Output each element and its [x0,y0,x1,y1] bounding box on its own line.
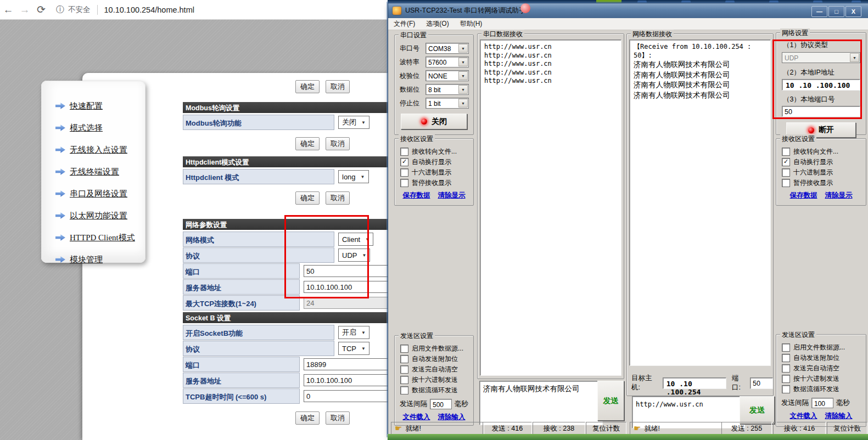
httpdclient-mode-select[interactable]: long [338,170,369,183]
sidebar-item-label[interactable]: HTTPD Client模式 [70,233,135,243]
forward-icon[interactable]: → [16,4,33,16]
sidebar-item-ap-settings[interactable]: 无线接入点设置 [55,139,145,161]
sidebar-item-uart-net-settings[interactable]: 串口及网络设置 [55,183,145,205]
socketb-server-input[interactable] [304,374,391,386]
checkbox-recv-to-file[interactable] [400,148,408,156]
baudrate-select[interactable]: 57600 [425,57,469,67]
reload-icon[interactable]: ⟳ [33,3,49,16]
sidebar-item-quick-config[interactable]: 快速配置 [55,95,145,117]
clear-display-link[interactable]: 清除显示 [438,191,466,200]
row-label: Httpdclient 模式 [183,169,334,184]
address-divider [97,5,98,15]
reset-count-button[interactable]: 复位计数 [586,422,626,435]
form-row: TCPB超时时间 (<=600 s) [183,388,391,404]
clear-input-link[interactable]: 清除输入 [825,411,853,421]
socketb-protocol-select[interactable]: TCP [338,342,369,355]
address-bar[interactable]: ⓘ 不安全 10.10.100.254/home.html [56,4,194,15]
checkbox-send-hex[interactable] [782,375,790,383]
local-ip-input[interactable]: 10 .10 .100.100 [782,79,860,91]
checkbox-clear-after-send[interactable] [782,364,790,373]
sidebar-item-label[interactable]: 模块管理 [70,255,103,265]
section-header-netparam: 网络参数设置 [183,219,391,230]
checkbox-clear-after-send[interactable] [400,365,408,374]
sidebar-item-module-manage[interactable]: 模块管理 [55,249,145,270]
title-bar[interactable]: USR-TCP232-Test 串口转网络调试助手 — □ X [388,3,868,18]
cancel-button[interactable]: 取消 [326,80,350,93]
sidebar-item-label[interactable]: 无线终端设置 [70,167,119,177]
minimize-button[interactable]: — [811,6,827,17]
sidebar-item-label[interactable]: 模式选择 [70,123,103,133]
sidebar-item-sta-settings[interactable]: 无线终端设置 [55,161,145,183]
checkbox-auto-wrap[interactable] [782,158,790,166]
ok-button[interactable]: 确定 [295,411,320,425]
ok-button[interactable]: 确定 [295,80,320,93]
tcpb-timeout-input[interactable] [304,390,391,402]
checkbox-send-hex[interactable] [400,376,408,384]
socketb-port-input[interactable] [304,358,391,370]
checkbox-recv-to-file[interactable] [782,148,790,156]
menu-options[interactable]: 选项(O) [421,19,454,29]
modbus-function-select[interactable]: 关闭 [338,116,369,129]
serial-send-button[interactable]: 发送 [597,381,624,421]
load-file-link[interactable]: 文件载入 [790,411,817,421]
row-label: 协议 [183,341,334,356]
ok-button[interactable]: 确定 [295,191,320,205]
checkbox-auto-append[interactable] [400,355,408,363]
protocol-select[interactable]: UDP [338,249,370,262]
interval-input[interactable]: 100 [811,398,833,408]
maximize-button[interactable]: □ [828,6,844,17]
sidebar-item-httpd-client[interactable]: HTTPD Client模式 [55,227,145,249]
save-data-link[interactable]: 保存数据 [790,191,817,200]
sidebar-item-mode-select[interactable]: 模式选择 [55,117,145,139]
sidebar-item-label[interactable]: 串口及网络设置 [70,189,127,199]
menu-file[interactable]: 文件(F) [388,19,421,29]
url-text[interactable]: 10.10.100.254/home.html [104,5,194,14]
sidebar-menu: 快速配置 模式选择 无线接入点设置 无线终端设置 串口及网络设置 以太网功能设置… [41,81,145,263]
cancel-button[interactable]: 取消 [326,411,350,425]
network-mode-select[interactable]: Client [338,233,373,246]
local-port-input[interactable]: 50 [782,106,860,117]
menu-help[interactable]: 帮助(H) [455,19,488,29]
sidebar-item-ethernet-settings[interactable]: 以太网功能设置 [55,205,145,227]
checkbox-auto-append[interactable] [782,354,790,362]
serial-send-input[interactable]: 济南有人物联网技术有限公司 [479,381,603,425]
cancel-button[interactable]: 取消 [326,137,350,150]
checkbox-file-source[interactable] [782,343,790,352]
checkbox-file-source[interactable] [400,345,408,353]
checkbox-loop-send[interactable] [782,385,790,393]
server-address-input[interactable] [304,281,391,293]
port-input[interactable] [304,265,391,277]
sidebar-item-label[interactable]: 以太网功能设置 [70,211,127,221]
target-port-input[interactable]: 50 [750,377,773,389]
databits-select[interactable]: 8 bit [425,84,469,95]
checkbox-label: 启用文件数据源... [793,343,845,352]
back-icon[interactable]: ← [0,4,16,16]
checkbox-hex-display[interactable] [400,168,408,177]
sidebar-item-label[interactable]: 快速配置 [70,101,103,111]
interval-input[interactable]: 500 [430,399,452,409]
com-port-select[interactable]: COM38 [425,43,469,54]
socketb-enable-select[interactable]: 开启 [338,326,369,339]
checkbox-loop-send[interactable] [400,386,408,394]
parity-select[interactable]: NONE [425,70,469,81]
clear-input-link[interactable]: 清除输入 [438,413,466,422]
network-receive-area[interactable]: 【Receive from 10.10.100.254 : 50】: 济南有人物… [629,40,771,366]
checkbox-hex-display[interactable] [782,168,790,177]
info-icon[interactable]: ⓘ [56,4,64,15]
serial-receive-area[interactable]: http://www.usr.cn http://www.usr.cn http… [480,40,621,376]
checkbox-pause-recv[interactable] [400,179,408,187]
target-host-input[interactable]: 10 .10 .100.254 [663,377,726,389]
stopbits-select[interactable]: 1 bit [425,98,469,109]
serial-close-button[interactable]: 关闭 [401,114,467,129]
close-button[interactable]: X [845,6,861,17]
ok-button[interactable]: 确定 [295,137,320,150]
save-data-link[interactable]: 保存数据 [403,191,430,200]
cancel-button[interactable]: 取消 [326,191,350,205]
checkbox-auto-wrap[interactable] [400,158,408,166]
sidebar-item-label[interactable]: 无线接入点设置 [70,145,127,155]
network-send-button[interactable]: 发送 [740,396,775,424]
load-file-link[interactable]: 文件载入 [403,413,430,422]
checkbox-pause-recv[interactable] [782,179,790,187]
clear-display-link[interactable]: 清除显示 [825,191,853,200]
checkbox-label: 十六进制显示 [412,168,451,177]
